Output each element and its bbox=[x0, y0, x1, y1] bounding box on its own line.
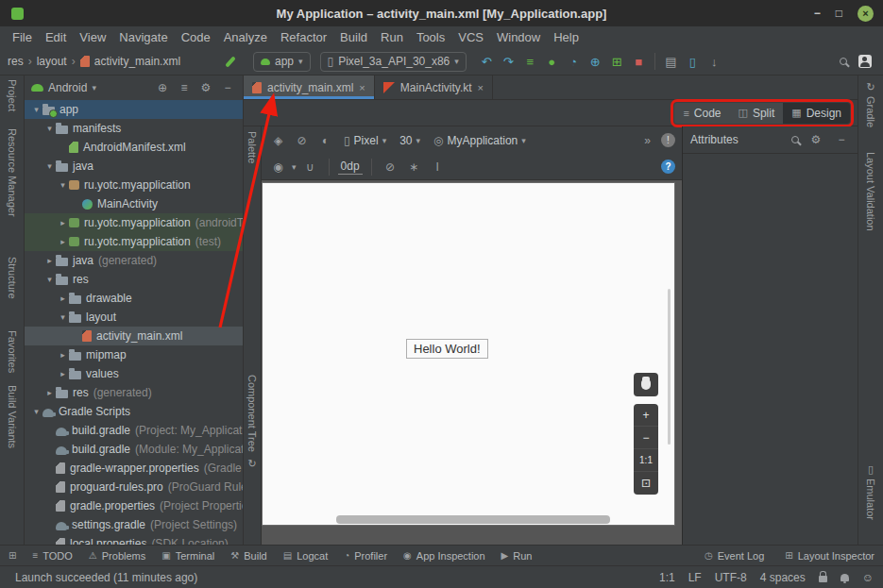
coverage-icon[interactable]: ⊞ bbox=[606, 52, 628, 72]
tool-run[interactable]: ▶ Run bbox=[501, 550, 533, 562]
tool-window-switcher-icon[interactable]: ⊞ bbox=[8, 550, 16, 561]
tool-strip-project[interactable]: Project bbox=[7, 79, 18, 111]
tree-item-java[interactable]: ▾ java bbox=[25, 157, 243, 176]
gear-icon[interactable]: ⚙ bbox=[807, 133, 824, 146]
attach-debugger-icon[interactable]: ⊕ bbox=[585, 52, 606, 72]
debug-icon[interactable]: ● bbox=[541, 52, 563, 72]
help-icon[interactable]: ? bbox=[661, 160, 675, 174]
tool-profiler[interactable]: ◔ Profiler bbox=[344, 550, 387, 562]
tree-item-values[interactable]: ▸ values bbox=[25, 364, 243, 383]
tool-app-inspection[interactable]: ◉ App Inspection bbox=[403, 550, 485, 562]
feedback-smiley-icon[interactable]: ☺ bbox=[862, 571, 874, 584]
minimize-button[interactable]: − bbox=[814, 7, 821, 20]
restore-button[interactable]: □ bbox=[836, 7, 842, 20]
autoconnect-magnet-icon[interactable]: ∪ bbox=[300, 158, 320, 176]
tree-item-gradle-scripts[interactable]: ▾ Gradle Scripts bbox=[25, 402, 243, 421]
menu-navigate[interactable]: Navigate bbox=[112, 28, 174, 46]
tool-strip-structure[interactable]: Structure bbox=[7, 257, 18, 299]
close-button[interactable]: × bbox=[858, 6, 874, 22]
tree-item-package-test[interactable]: ▸ ru.yotc.myapplication (test) bbox=[25, 232, 243, 251]
menu-refactor[interactable]: Refactor bbox=[274, 28, 333, 46]
profile-avatar[interactable] bbox=[854, 52, 875, 72]
tool-layout-inspector[interactable]: ⊞ Layout Inspector bbox=[785, 550, 875, 562]
infer-constraints-icon[interactable]: ∗ bbox=[404, 158, 424, 176]
tool-build[interactable]: ⚒ Build bbox=[230, 550, 266, 562]
view-options-icon[interactable]: ◉ bbox=[268, 158, 288, 176]
avd-manager-icon[interactable]: ▯ bbox=[682, 52, 704, 72]
chevron-collapsed-icon[interactable]: ▸ bbox=[57, 350, 69, 360]
chevron-collapsed-icon[interactable]: ▸ bbox=[43, 388, 56, 397]
tree-item-res-generated[interactable]: ▸ res (generated) bbox=[25, 383, 243, 402]
notifications-bell-icon[interactable] bbox=[841, 574, 849, 581]
device-for-preview-select[interactable]: ▯ Pixel ▾ bbox=[339, 132, 391, 149]
tree-item-mipmap[interactable]: ▸ mipmap bbox=[25, 345, 243, 364]
chevron-expanded-icon[interactable]: ▾ bbox=[43, 275, 56, 284]
tree-item-package[interactable]: ▾ ru.yotc.myapplication bbox=[25, 176, 243, 194]
run-configuration-select[interactable]: app ▾ bbox=[253, 52, 311, 72]
tool-strip-layout-validation[interactable]: Layout Validation bbox=[865, 152, 876, 231]
chevron-collapsed-icon[interactable]: ▸ bbox=[57, 369, 69, 378]
hello-world-textview[interactable]: Hello World! bbox=[406, 339, 488, 359]
zoom-fit-button[interactable]: ⊡ bbox=[634, 472, 658, 495]
menu-file[interactable]: File bbox=[6, 28, 39, 46]
menu-window[interactable]: Window bbox=[490, 28, 547, 46]
tool-event-log[interactable]: ◷ Event Log bbox=[705, 550, 764, 562]
tool-problems[interactable]: ⚠ Problems bbox=[89, 550, 145, 562]
hide-panel-icon[interactable]: − bbox=[833, 133, 850, 146]
hide-panel-icon[interactable]: − bbox=[219, 81, 236, 94]
eraser-icon[interactable]: ⊘ bbox=[292, 131, 312, 150]
tool-todo[interactable]: ≡ TODO bbox=[32, 550, 72, 562]
run-icon[interactable]: ≡ bbox=[519, 52, 541, 72]
issue-panel-icon[interactable]: ! bbox=[661, 133, 675, 147]
zoom-out-button[interactable]: − bbox=[634, 427, 658, 449]
locate-file-icon[interactable]: ⊕ bbox=[154, 81, 171, 94]
gear-icon[interactable]: ⚙ bbox=[197, 81, 214, 94]
mode-split-button[interactable]: ◫ Split bbox=[729, 103, 783, 124]
menu-code[interactable]: Code bbox=[175, 28, 217, 46]
apply-code-changes-icon[interactable]: ↷ bbox=[498, 52, 519, 72]
pan-button[interactable] bbox=[634, 373, 658, 396]
profile-icon[interactable]: ◔ bbox=[563, 52, 585, 72]
chevron-expanded-icon[interactable]: ▾ bbox=[43, 124, 56, 133]
device-manager-icon[interactable]: ▤ bbox=[660, 52, 682, 72]
night-mode-icon[interactable]: ◐ bbox=[315, 131, 335, 150]
tool-strip-favorites[interactable]: Favorites bbox=[7, 330, 18, 373]
menu-help[interactable]: Help bbox=[547, 28, 586, 46]
menu-build[interactable]: Build bbox=[333, 28, 374, 46]
tool-terminal[interactable]: ▣ Terminal bbox=[161, 550, 214, 562]
encoding-widget[interactable]: UTF-8 bbox=[715, 571, 747, 584]
breadcrumb-layout[interactable]: layout bbox=[37, 55, 67, 68]
chevron-collapsed-icon[interactable]: ▸ bbox=[57, 294, 69, 303]
component-tree-strip-label[interactable]: Component Tree bbox=[246, 375, 258, 452]
breadcrumb-res[interactable]: res bbox=[8, 55, 24, 68]
tool-logcat[interactable]: ▤ Logcat bbox=[283, 550, 328, 562]
stop-icon[interactable]: ■ bbox=[628, 52, 650, 72]
line-separator-widget[interactable]: LF bbox=[688, 571, 702, 584]
tree-item-androidmanifest[interactable]: AndroidManifest.xml bbox=[25, 138, 243, 157]
tree-item-local-properties[interactable]: local.properties (SDK Location) bbox=[25, 534, 243, 545]
caret-position-widget[interactable]: 1:1 bbox=[659, 571, 675, 584]
chevron-collapsed-icon[interactable]: ▸ bbox=[43, 256, 56, 265]
tree-item-proguard-rules[interactable]: proguard-rules.pro (ProGuard Rules for "… bbox=[25, 478, 243, 496]
refresh-icon[interactable]: ↻ bbox=[247, 458, 256, 470]
design-horizontal-scrollbar[interactable] bbox=[336, 515, 610, 524]
zoom-actual-button[interactable]: 1:1 bbox=[634, 449, 658, 472]
menu-edit[interactable]: Edit bbox=[39, 28, 73, 46]
tree-item-package-androidtest[interactable]: ▸ ru.yotc.myapplication (androidTest) bbox=[25, 213, 243, 232]
tree-item-manifests[interactable]: ▾ manifests bbox=[25, 119, 243, 138]
default-margin-select[interactable]: 0dp bbox=[338, 159, 363, 175]
tree-item-gradle-wrapper[interactable]: gradle-wrapper.properties (Gradle Versio… bbox=[25, 459, 243, 478]
tree-item-settings-gradle[interactable]: settings.gradle (Project Settings) bbox=[25, 515, 243, 534]
mode-code-button[interactable]: ≡ Code bbox=[674, 103, 729, 124]
sdk-manager-icon[interactable]: ↓ bbox=[704, 52, 725, 72]
tool-strip-emulator[interactable]: Emulator bbox=[865, 479, 876, 520]
tool-strip-resource-manager[interactable]: Resource Manager bbox=[7, 128, 18, 217]
theme-select[interactable]: ◎ MyApplication ▾ bbox=[429, 132, 531, 149]
device-canvas[interactable]: Hello World! bbox=[262, 182, 675, 526]
breadcrumb-file[interactable]: activity_main.xml bbox=[94, 55, 180, 68]
menu-run[interactable]: Run bbox=[374, 28, 410, 46]
close-tab-icon[interactable]: × bbox=[359, 82, 365, 93]
tree-item-java-generated[interactable]: ▸ java (generated) bbox=[25, 251, 243, 270]
apply-changes-icon[interactable]: ↶ bbox=[476, 52, 498, 72]
tree-item-drawable[interactable]: ▸ drawable bbox=[25, 289, 243, 308]
